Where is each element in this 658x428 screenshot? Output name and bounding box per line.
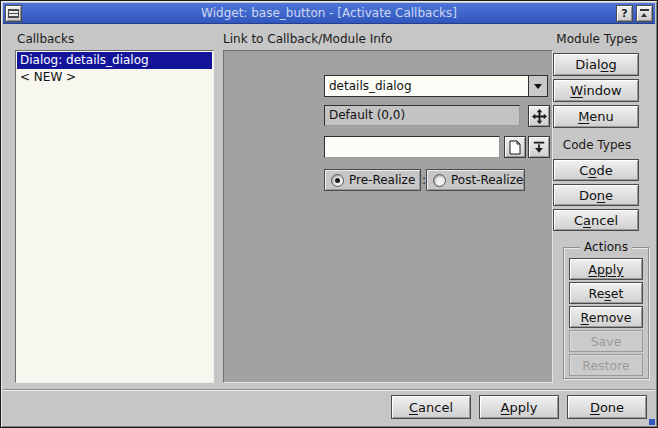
- code-type-done-button[interactable]: Done: [553, 184, 639, 206]
- location-move-button[interactable]: [528, 105, 550, 127]
- action-reset-button[interactable]: Reset: [569, 282, 643, 304]
- list-item-dialog-details-dialog[interactable]: Dialog: details_dialog: [17, 52, 212, 69]
- maximize-icon: [640, 9, 649, 18]
- code-type-cancel-button[interactable]: Cancel: [553, 209, 639, 231]
- radio-selected-icon: [331, 174, 344, 187]
- dialog-window: Widget: base_button - [Activate Callback…: [0, 0, 658, 428]
- down-arrow-from-bar-icon: [532, 140, 546, 154]
- question-mark-icon: ?: [621, 8, 627, 19]
- module-type-menu-button[interactable]: Menu: [553, 105, 639, 128]
- module-type-window-button[interactable]: Window: [553, 79, 639, 102]
- module-types-label: Module Types: [547, 32, 647, 46]
- radio-unselected-icon: [433, 174, 446, 187]
- footer-separator: [3, 389, 655, 391]
- window-menu-icon: [8, 9, 19, 18]
- titlebar-buttons: ?: [616, 5, 653, 22]
- action-remove-button[interactable]: Remove: [569, 306, 643, 328]
- window-title: Widget: base_button - [Activate Callback…: [3, 6, 655, 20]
- code-types-label: Code Types: [547, 138, 647, 152]
- move-icon: [532, 109, 547, 124]
- actions-group-label: Actions: [563, 240, 649, 254]
- callbacks-label: Callbacks: [17, 32, 74, 46]
- list-item-new[interactable]: < NEW >: [17, 69, 212, 86]
- module-type-dialog-button[interactable]: Dialog: [553, 53, 639, 76]
- help-button[interactable]: ?: [616, 5, 633, 22]
- location-field: Default (0,0): [324, 105, 520, 126]
- name-dropdown-button[interactable]: [528, 76, 547, 96]
- setup-function-input[interactable]: [324, 136, 500, 158]
- name-input[interactable]: [325, 76, 528, 96]
- action-save-button: Save: [569, 330, 643, 352]
- radio-pre-realize[interactable]: Pre-Realize: [324, 169, 421, 191]
- callback-info-panel: [223, 50, 553, 383]
- footer-done-button[interactable]: Done: [567, 395, 647, 419]
- action-apply-button[interactable]: Apply: [569, 258, 643, 280]
- action-restore-button: Restore: [569, 354, 643, 376]
- info-title: Link to Callback/Module Info: [223, 32, 392, 46]
- resize-grip[interactable]: [649, 419, 655, 425]
- code-type-code-button[interactable]: Code: [553, 159, 639, 181]
- maximize-button[interactable]: [636, 5, 653, 22]
- radio-post-realize-label: Post-Realize: [451, 173, 523, 187]
- document-icon: [508, 140, 522, 155]
- radio-post-realize[interactable]: Post-Realize: [426, 169, 525, 191]
- callbacks-list[interactable]: Dialog: details_dialog < NEW >: [15, 50, 214, 383]
- new-function-button[interactable]: [504, 136, 526, 158]
- radio-pre-realize-label: Pre-Realize: [349, 173, 415, 187]
- footer-cancel-button[interactable]: Cancel: [391, 395, 471, 419]
- window-menu-button[interactable]: [5, 5, 22, 22]
- titlebar[interactable]: Widget: base_button - [Activate Callback…: [3, 3, 655, 24]
- footer-apply-button[interactable]: Apply: [479, 395, 559, 419]
- name-combobox: [324, 75, 548, 97]
